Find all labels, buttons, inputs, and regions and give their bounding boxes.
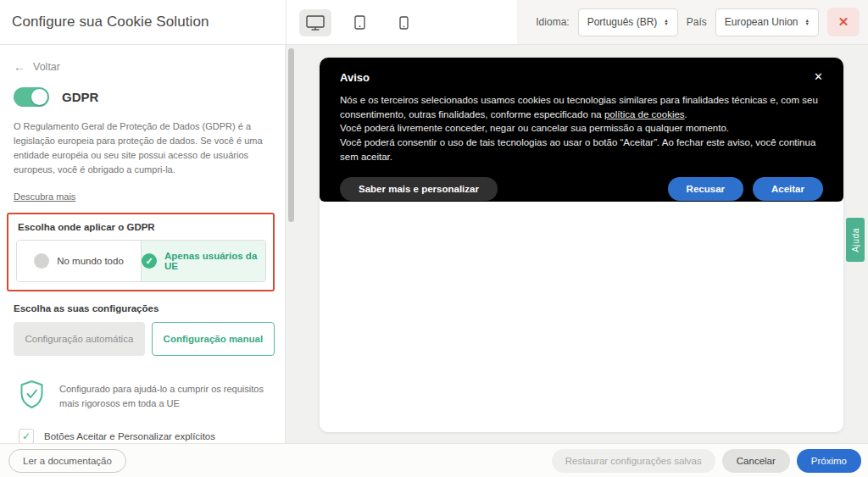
restore-settings-button[interactable]: Restaurar configurações salvas bbox=[552, 449, 715, 473]
banner-body: Nós e os terceiros selecionados usamos c… bbox=[340, 93, 823, 164]
country-label: País bbox=[687, 16, 707, 28]
config-buttons-row: Configuração automática Configuração man… bbox=[14, 322, 275, 356]
banner-text-intro-end: . bbox=[685, 109, 687, 119]
toggle-knob bbox=[31, 89, 47, 105]
banner-preview-panel: Aviso ✕ Nós e os terceiros selecionados … bbox=[320, 58, 843, 432]
language-select[interactable]: Português (BR) ▲▼ bbox=[578, 8, 678, 36]
back-arrow-icon: ← bbox=[14, 60, 25, 74]
top-bar-controls: Idioma: Português (BR) ▲▼ País European … bbox=[536, 8, 860, 36]
cookie-banner-preview: Aviso ✕ Nós e os terceiros selecionados … bbox=[320, 58, 843, 202]
settings-sidebar: ← Voltar GDPR O Regulamento Geral de Pro… bbox=[0, 45, 286, 443]
radio-unselected-icon bbox=[34, 253, 49, 269]
gdpr-toggle-row: GDPR bbox=[14, 87, 275, 107]
gdpr-toggle[interactable] bbox=[14, 87, 49, 107]
mobile-icon bbox=[399, 16, 409, 30]
banner-text-line2: Você poderá livremente conceder, negar o… bbox=[340, 121, 823, 136]
close-icon: ✕ bbox=[838, 14, 849, 30]
option-eu-only-label: Apenas usuários da UE bbox=[164, 251, 265, 271]
gdpr-scope-heading: Escolha onde aplicar o GDPR bbox=[16, 222, 266, 232]
option-worldwide[interactable]: No mundo todo bbox=[17, 241, 142, 281]
next-button[interactable]: Próximo bbox=[797, 449, 861, 473]
banner-text-intro: Nós e os terceiros selecionados usamos c… bbox=[340, 95, 818, 119]
accept-button[interactable]: Aceitar bbox=[753, 177, 823, 201]
tablet-icon bbox=[354, 15, 365, 30]
chevron-updown-icon: ▲▼ bbox=[664, 19, 668, 25]
close-configurator-button[interactable]: ✕ bbox=[827, 8, 860, 36]
mobile-preview-button[interactable] bbox=[387, 9, 420, 36]
help-tab[interactable]: Ajuda bbox=[846, 218, 865, 262]
checkbox-checked-icon[interactable]: ✓ bbox=[19, 429, 34, 443]
config-manual-button[interactable]: Configuração manual bbox=[152, 322, 275, 356]
customize-button[interactable]: Saber mais e personalizar bbox=[340, 177, 498, 201]
help-tab-label: Ajuda bbox=[850, 228, 860, 252]
page-title: Configure sua Cookie Solution bbox=[12, 0, 209, 44]
gdpr-scope-segmented-control: No mundo todo ✓ Apenas usuários da UE bbox=[16, 240, 266, 282]
footer-actions: Restaurar configurações salvas Cancelar … bbox=[552, 449, 861, 473]
option-worldwide-label: No mundo todo bbox=[57, 256, 124, 266]
sidebar-scrollbar-thumb[interactable] bbox=[288, 48, 294, 222]
reject-button[interactable]: Recusar bbox=[668, 177, 743, 201]
back-link[interactable]: ← Voltar bbox=[14, 60, 73, 74]
language-label: Idioma: bbox=[536, 16, 569, 28]
desktop-icon bbox=[306, 15, 325, 31]
country-select-value: European Union bbox=[725, 16, 798, 28]
cookie-solution-configurator: Configure sua Cookie Solution bbox=[0, 0, 868, 477]
option-eu-only[interactable]: ✓ Apenas usuários da UE bbox=[142, 241, 265, 281]
banner-title: Aviso bbox=[340, 71, 823, 84]
config-heading: Escolha as suas configurações bbox=[14, 303, 275, 313]
read-docs-button[interactable]: Ler a documentação bbox=[8, 449, 126, 473]
top-bar: Configure sua Cookie Solution bbox=[0, 0, 868, 45]
discover-more-link[interactable]: Descubra mais bbox=[14, 191, 75, 202]
compliance-note-text: Configurado para ajudá-lo a cumprir os r… bbox=[59, 380, 275, 411]
language-select-value: Português (BR) bbox=[587, 16, 658, 28]
country-select[interactable]: European Union ▲▼ bbox=[715, 8, 819, 36]
shield-check-icon bbox=[19, 380, 45, 413]
config-auto-button[interactable]: Configuração automática bbox=[14, 322, 145, 356]
banner-actions: Saber mais e personalizar Recusar Aceita… bbox=[340, 177, 823, 201]
top-bar-divider bbox=[286, 0, 287, 44]
cookie-policy-link[interactable]: política de cookies bbox=[604, 109, 685, 119]
banner-text-line3: Você poderá consentir o uso de tais tecn… bbox=[340, 136, 823, 164]
compliance-note: Configurado para ajudá-lo a cumprir os r… bbox=[14, 380, 275, 413]
footer-bar: Ler a documentação Restaurar configuraçõ… bbox=[0, 443, 868, 477]
check-circle-icon: ✓ bbox=[142, 253, 157, 269]
explicit-buttons-label: Botões Aceitar e Personalizar explícitos bbox=[44, 431, 215, 441]
gdpr-description: O Regulamento Geral de Proteção de Dados… bbox=[14, 119, 275, 177]
device-preview-switcher bbox=[299, 8, 420, 36]
cancel-button[interactable]: Cancelar bbox=[722, 449, 790, 473]
gdpr-label: GDPR bbox=[62, 90, 98, 104]
gdpr-scope-highlight-box: Escolha onde aplicar o GDPR No mundo tod… bbox=[7, 213, 275, 291]
desktop-preview-button[interactable] bbox=[299, 9, 331, 36]
back-label: Voltar bbox=[33, 61, 60, 73]
explicit-buttons-checkbox-row[interactable]: ✓ Botões Aceitar e Personalizar explícit… bbox=[14, 429, 275, 443]
tablet-preview-button[interactable] bbox=[343, 9, 376, 36]
chevron-updown-icon: ▲▼ bbox=[805, 19, 810, 25]
banner-close-icon[interactable]: ✕ bbox=[814, 70, 823, 83]
